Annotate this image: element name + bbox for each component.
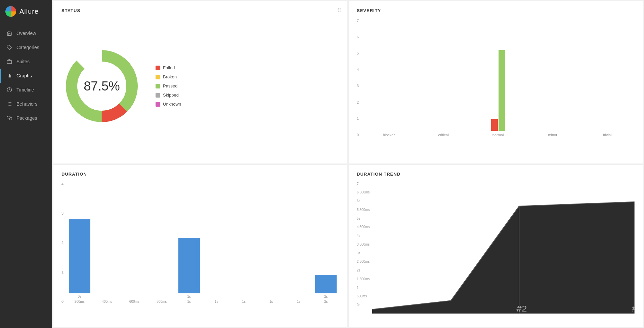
list-icon bbox=[6, 101, 12, 107]
severity-label: normal bbox=[492, 133, 504, 137]
duration-bar bbox=[178, 238, 200, 293]
severity-group-critical: critical bbox=[416, 19, 471, 137]
trend-area bbox=[372, 202, 635, 314]
severity-chart: 01234567 blockercriticalnormalminortrivi… bbox=[357, 19, 635, 147]
sidebar-item-label-timeline: Timeline bbox=[16, 87, 34, 93]
legend-color-broken bbox=[156, 75, 160, 79]
duration-bar bbox=[315, 275, 337, 293]
duration-bar-label2: 2s bbox=[324, 300, 328, 303]
duration-bar-label2: 200ms bbox=[75, 300, 85, 303]
trend-y-label: 500ms bbox=[357, 294, 370, 298]
legend-item-unknown: Unknown bbox=[156, 102, 181, 107]
sidebar-item-graphs[interactable]: Graphs bbox=[0, 69, 52, 83]
severity-group-blocker: blocker bbox=[361, 19, 416, 137]
trend-svg-area: #2#3 bbox=[372, 182, 635, 314]
severity-group-trivial: trivial bbox=[580, 19, 635, 137]
trend-chart: 0s500ms1s1 500ms2s2 500ms3s3 500ms4s4 50… bbox=[357, 182, 635, 314]
trend-y-label: 3 500ms bbox=[357, 243, 370, 246]
sidebar-item-behaviors[interactable]: Behaviors bbox=[0, 97, 52, 111]
trend-y-label: 1 500ms bbox=[357, 277, 370, 281]
severity-label: critical bbox=[438, 133, 448, 137]
trend-y-label: 5 500ms bbox=[357, 208, 370, 212]
sidebar-title: Allure bbox=[19, 8, 39, 15]
main-content: STATUS ⠿ 87.5% FailedBrokenPassedSkipped… bbox=[52, 0, 644, 328]
legend-color-skipped bbox=[156, 93, 160, 98]
severity-bar bbox=[499, 50, 505, 131]
duration-y-label: 0 bbox=[61, 299, 63, 303]
status-panel-menu[interactable]: ⠿ bbox=[337, 7, 342, 14]
trend-x-label: #2 bbox=[517, 304, 527, 313]
legend-label-broken: Broken bbox=[163, 74, 177, 79]
duration-trend-panel: DURATION TREND 0s500ms1s1 500ms2s2 500ms… bbox=[349, 165, 643, 327]
severity-y-label: 4 bbox=[357, 68, 359, 72]
duration-y-label: 1 bbox=[61, 270, 63, 274]
trend-y-label: 5s bbox=[357, 217, 370, 220]
severity-label: trivial bbox=[603, 133, 612, 137]
duration-bar-group: 600ms bbox=[121, 182, 147, 304]
status-panel: STATUS ⠿ 87.5% FailedBrokenPassedSkipped… bbox=[53, 1, 347, 163]
sidebar-item-label-suites: Suites bbox=[16, 59, 30, 64]
severity-title: SEVERITY bbox=[357, 8, 635, 13]
status-content: 87.5% FailedBrokenPassedSkippedUnknown bbox=[61, 19, 339, 154]
sidebar-item-categories[interactable]: Categories bbox=[0, 40, 52, 54]
duration-bar-group: 1s bbox=[258, 182, 285, 304]
sidebar-item-timeline[interactable]: Timeline bbox=[0, 83, 52, 97]
legend-item-skipped: Skipped bbox=[156, 93, 181, 98]
duration-y-label: 2 bbox=[61, 241, 63, 245]
severity-bars: blockercriticalnormalminortrivial bbox=[361, 19, 635, 137]
legend-color-passed bbox=[156, 84, 160, 88]
severity-y-label: 1 bbox=[357, 116, 359, 120]
sidebar: Allure OverviewCategoriesSuitesGraphsTim… bbox=[0, 0, 52, 328]
package-icon bbox=[6, 115, 12, 121]
legend-item-passed: Passed bbox=[156, 83, 181, 88]
clock-icon bbox=[6, 87, 12, 93]
trend-y-label: 6 500ms bbox=[357, 190, 370, 194]
status-title: STATUS bbox=[61, 8, 339, 13]
sidebar-item-label-overview: Overview bbox=[16, 31, 36, 36]
duration-y-axis: 01234 bbox=[61, 182, 63, 304]
severity-label: blocker bbox=[383, 133, 395, 137]
status-legend: FailedBrokenPassedSkippedUnknown bbox=[156, 65, 181, 107]
duration-bar-label: 800ms bbox=[157, 300, 167, 303]
trend-y-label: 4s bbox=[357, 234, 370, 238]
duration-bar-label: 600ms bbox=[129, 300, 139, 303]
legend-label-unknown: Unknown bbox=[163, 102, 181, 107]
trend-y-label: 2 500ms bbox=[357, 260, 370, 263]
duration-chart: 01234 0s200ms400ms600ms800ms1s1s1s1s1s1s… bbox=[61, 182, 339, 314]
svg-rect-1 bbox=[7, 61, 11, 64]
legend-color-failed bbox=[156, 66, 160, 70]
trend-x-label: #3 bbox=[632, 304, 635, 313]
donut-percentage: 87.5% bbox=[84, 79, 120, 93]
duration-bar-group: 1s bbox=[203, 182, 230, 304]
trend-y-label: 2s bbox=[357, 268, 370, 272]
trend-y-label: 1s bbox=[357, 286, 370, 290]
duration-bar-group: 1s1s bbox=[176, 182, 202, 304]
legend-label-skipped: Skipped bbox=[163, 93, 179, 98]
duration-bar-label: 1s bbox=[215, 300, 218, 303]
sidebar-header: Allure bbox=[0, 0, 52, 23]
sidebar-nav: OverviewCategoriesSuitesGraphsTimelineBe… bbox=[0, 26, 52, 125]
legend-item-failed: Failed bbox=[156, 65, 181, 70]
sidebar-item-overview[interactable]: Overview bbox=[0, 26, 52, 40]
sidebar-item-packages[interactable]: Packages bbox=[0, 111, 52, 125]
sidebar-item-label-categories: Categories bbox=[16, 45, 39, 50]
sidebar-item-label-behaviors: Behaviors bbox=[16, 101, 37, 107]
duration-bar bbox=[69, 219, 90, 293]
duration-title: DURATION bbox=[61, 172, 339, 177]
sidebar-item-suites[interactable]: Suites bbox=[0, 54, 52, 69]
trend-y-label: 6s bbox=[357, 199, 370, 203]
duration-bar-label2: 1s bbox=[187, 300, 191, 303]
duration-bar-label: 0s bbox=[78, 295, 82, 298]
trend-y-label: 4 500ms bbox=[357, 225, 370, 229]
legend-label-failed: Failed bbox=[163, 65, 175, 70]
duration-bars: 0s200ms400ms600ms800ms1s1s1s1s1s1s2s2s bbox=[66, 182, 339, 304]
duration-bar-label: 1s bbox=[297, 300, 300, 303]
duration-bar-label: 400ms bbox=[102, 300, 112, 303]
severity-y-label: 7 bbox=[357, 19, 359, 23]
bar-chart-icon bbox=[6, 73, 12, 79]
severity-panel: SEVERITY 01234567 blockercriticalnormalm… bbox=[349, 1, 643, 163]
severity-y-label: 6 bbox=[357, 35, 359, 39]
sidebar-item-label-packages: Packages bbox=[16, 115, 37, 121]
legend-label-passed: Passed bbox=[163, 83, 177, 88]
severity-group-normal: normal bbox=[471, 19, 525, 137]
